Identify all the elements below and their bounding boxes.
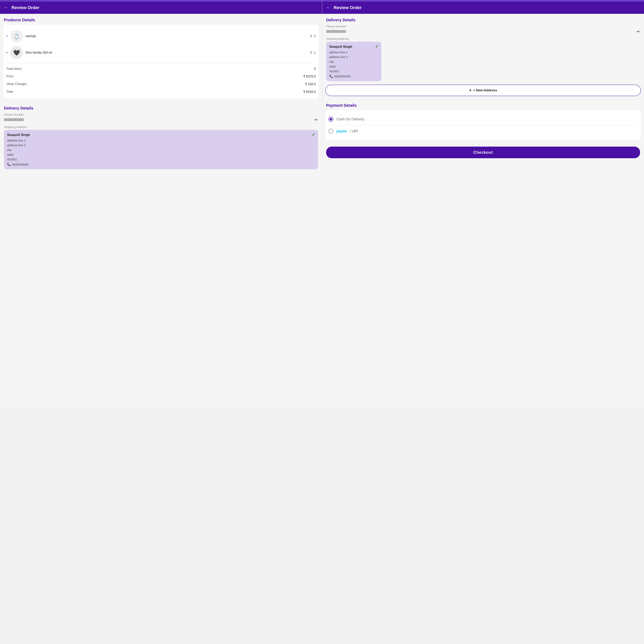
panel-top-right: ← Review Order Delivery Details Phone Nu… (322, 0, 644, 408)
phone-icon-tr: 📞 (329, 74, 333, 78)
panel-top-left: ← Review Order Products Details • 💍 eari… (0, 0, 322, 408)
address-city-bl: city (7, 148, 315, 152)
top-bar-right: ← Review Order (322, 2, 644, 14)
address-phone-bl: 📞 0000000000 (7, 163, 315, 166)
address-line1-bl: address line 1 (7, 138, 315, 143)
products-card: • 💍 earings X 2 • 🖤 Red Vanilla 200 ml X… (3, 25, 319, 99)
address-selected-check-tr: ✓ (375, 44, 379, 49)
phone-value-bl: 0000000000 (4, 118, 24, 122)
product-qty-earings: X 2 (310, 34, 316, 38)
product-qty-vanilla: X 1 (310, 51, 316, 54)
phone-label-bl: Phone Number (4, 113, 318, 116)
summary-other-charges: Other Charges ₹ 150.0 (6, 80, 316, 88)
payment-card: Cash On Delivery paytm / UPI (325, 110, 641, 140)
address-city-tr: city (329, 59, 378, 64)
phone-value-tr: 0000000000 (326, 30, 346, 34)
summary-total-items: Total Items 3 (6, 65, 316, 73)
top-bar-left: ← Review Order (0, 2, 322, 14)
edit-phone-bl[interactable]: ✏ (315, 117, 318, 122)
back-button-tr[interactable]: ← (326, 5, 330, 10)
phone-icon-bl: 📞 (7, 163, 11, 166)
delivery-section-tr: Phone Number 0000000000 ✏ Shipping Addre… (322, 25, 644, 84)
other-charges-label: Other Charges (6, 82, 27, 86)
checkout-button[interactable]: Checkout (326, 147, 640, 158)
product-item-vanilla: • 🖤 Red Vanilla 200 ml X 1 (6, 44, 316, 61)
payment-section-title: Payment Details (322, 99, 644, 110)
address-state-bl: state (7, 152, 315, 157)
address-line2-tr: address line 2 (329, 55, 378, 59)
address-pincode-tr: 431601 (329, 69, 378, 74)
address-card-bl[interactable]: ✓ Swapnil Singh address line 1 address l… (4, 130, 318, 169)
address-pincode-bl: 431601 (7, 157, 315, 162)
new-address-button[interactable]: + + New Address (325, 85, 641, 96)
new-address-label: + New Address (473, 88, 497, 92)
top-strip (0, 0, 322, 2)
summary-total: Total ₹ 6520.0 (6, 88, 316, 96)
price-label: Price (6, 75, 13, 78)
top-strip-tr (322, 0, 644, 2)
phone-row-bl: 0000000000 ✏ (4, 117, 318, 122)
bullet-earings: • (6, 34, 7, 38)
product-img-earings: 💍 (10, 30, 23, 42)
paytm-upi-label: / UPI (350, 129, 358, 133)
product-item-earings: • 💍 earings X 2 (6, 28, 316, 44)
page-title-tl: Review Order (11, 5, 39, 10)
phone-row-tr: 0000000000 ✏ (326, 29, 640, 34)
address-card-tr[interactable]: ✓ Swapnil Singh address line 1 address l… (326, 42, 381, 81)
radio-paytm[interactable] (329, 129, 333, 134)
shipping-label-tr: Shipping Address (326, 37, 640, 40)
plus-icon: + (469, 88, 472, 93)
payment-option-paytm[interactable]: paytm / UPI (329, 125, 638, 137)
radio-cod[interactable] (329, 117, 333, 122)
product-img-vanilla: 🖤 (10, 46, 23, 59)
product-name-earings: earings (26, 34, 307, 38)
address-state-tr: state (329, 64, 378, 69)
address-line2-bl: address line 2 (7, 143, 315, 148)
delivery-section-title-bl: Delivery Details (0, 102, 322, 113)
delivery-section-title-tr: Delivery Details (322, 14, 644, 25)
other-charges-value: ₹ 150.0 (305, 82, 316, 86)
bullet-vanilla: • (6, 51, 7, 55)
payment-option-cod[interactable]: Cash On Delivery (329, 113, 638, 125)
edit-phone-tr[interactable]: ✏ (637, 29, 640, 34)
total-value: ₹ 6520.0 (303, 90, 316, 94)
delivery-section-bl: Phone Number 0000000000 ✏ Shipping Addre… (0, 113, 322, 172)
phone-label-tr: Phone Number (326, 25, 640, 28)
address-phone-tr: 📞 0000000000 (329, 74, 378, 78)
product-name-vanilla: Red Vanilla 200 ml (26, 51, 307, 54)
radio-cod-inner (330, 118, 332, 120)
products-section-title: Products Details (0, 14, 322, 25)
total-label: Total (6, 90, 13, 94)
address-name-tr: Swapnil Singh (329, 45, 378, 49)
summary-price: Price ₹ 6370.0 (6, 73, 316, 80)
paytm-logo: paytm (336, 129, 347, 133)
total-items-label: Total Items (6, 67, 22, 71)
page-title-tr: Review Order (334, 5, 362, 10)
cod-label: Cash On Delivery (336, 117, 364, 121)
price-value: ₹ 6370.0 (303, 75, 316, 78)
total-items-value: 3 (314, 67, 316, 71)
address-selected-check-bl: ✓ (312, 132, 315, 137)
address-line1-tr: address line 1 (329, 50, 378, 55)
address-name-bl: Swapnil Singh (7, 133, 315, 137)
back-button-tl[interactable]: ← (4, 5, 8, 10)
shipping-label-bl: Shipping Address (4, 125, 318, 129)
